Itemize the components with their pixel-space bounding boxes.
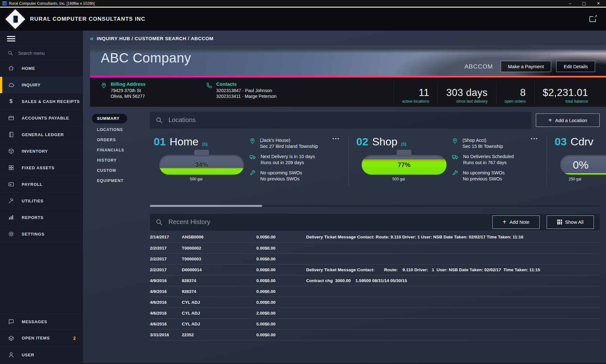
add-location-button[interactable]: + Add a Location	[536, 113, 600, 127]
scrollbar-thumb[interactable]	[150, 205, 262, 207]
sidebar-item-label: HOME	[22, 66, 35, 71]
table-row[interactable]: 2/2/2017T00000030.00$0.00	[150, 253, 600, 264]
brand-title: RURAL COMPUTER CONSULTANTS INC	[30, 16, 589, 22]
sidebar-item-payroll[interactable]: PAYROLL	[0, 176, 83, 193]
tank-capacity: 500 gal	[154, 177, 239, 181]
breadcrumb: « INQUIRY HUB / CUSTOMER SEARCH / ABCCOM	[90, 31, 606, 43]
wrench-icon	[452, 170, 458, 176]
grid-icon	[557, 220, 562, 224]
table-row[interactable]: 3/31/2016223520.00$0.00	[150, 329, 600, 340]
billing-address-line1: 79429 370th St	[111, 88, 145, 93]
location-number: 01	[154, 135, 166, 148]
sidebar-item-reports[interactable]: REPORTS	[0, 209, 83, 226]
close-button[interactable]: ✕	[597, 1, 600, 6]
tank-percent: 77%	[362, 155, 447, 175]
tab-locations[interactable]: LOCATIONS	[92, 125, 150, 135]
sidebar-item-accounts-payable[interactable]: ACCOUNTS PAYABLE	[0, 110, 83, 127]
tab-history[interactable]: HISTORY	[92, 155, 150, 165]
map-pin-icon	[452, 137, 458, 144]
tab-custom[interactable]: CUSTOM	[92, 165, 150, 176]
company-logo	[5, 9, 25, 29]
location-card-02-shop[interactable]: 02 Shop (1) 77% 500 gal	[348, 135, 547, 186]
tank-percent: 0%	[560, 155, 606, 175]
open-new-window-icon[interactable]	[589, 16, 596, 22]
sidebar-item-user[interactable]: USER	[0, 346, 83, 363]
card-menu-ellipsis[interactable]: •••	[531, 136, 538, 141]
card-menu-ellipsis[interactable]: •••	[332, 136, 340, 141]
table-row[interactable]: 4/6/2016CYL ADJ2.00$0.00	[150, 308, 600, 318]
sidebar-search[interactable]	[0, 46, 83, 60]
tab-orders[interactable]: ORDERS	[92, 135, 150, 145]
table-row[interactable]: 4/9/20169283740.00$0.00	[150, 286, 600, 297]
stat-label: active locations	[402, 99, 429, 104]
sidebar-item-messages[interactable]: MESSAGES	[0, 313, 83, 330]
table-row[interactable]: 4/6/2016CYL ADJ0.00$0.00	[150, 297, 600, 308]
sidebar-item-general-ledger[interactable]: GENERAL LEDGER	[0, 127, 83, 143]
sidebar-item-open-items[interactable]: OPEN ITEMS 2	[0, 330, 83, 346]
sidebar-item-label: GENERAL LEDGER	[22, 132, 64, 137]
customer-tabs: SUMMARY LOCATIONS ORDERS FINANCIALS HIST…	[90, 112, 150, 340]
tab-summary[interactable]: SUMMARY	[92, 114, 127, 123]
chat-icon	[8, 318, 15, 325]
customer-name: ABC Company	[101, 50, 191, 66]
credit-card-icon	[8, 115, 15, 121]
table-row[interactable]: 2/14/2017ANSB00060.00$0.00Delivery Ticke…	[150, 232, 600, 243]
locations-toolbar: + Add a Location	[150, 112, 606, 128]
sidebar-item-inquiry[interactable]: INQUIRY	[0, 77, 83, 93]
tank-capacity: 500 gal	[356, 177, 441, 181]
stat-since-last-delivery: 303 days since last delivery	[438, 81, 496, 104]
locations-search-input[interactable]	[168, 116, 526, 124]
sidebar-item-label: PAYROLL	[22, 182, 43, 187]
table-row[interactable]: 4/9/20169283740.00$0.00Contract chg 3000…	[150, 275, 600, 286]
contact-line1: 3202313847 · Paul Johnson	[216, 88, 277, 93]
delivery-info: Next Delivery is in 10 daysRuns out in 2…	[249, 154, 348, 166]
hamburger-menu-icon[interactable]	[0, 31, 83, 46]
main-content: « INQUIRY HUB / CUSTOMER SEARCH / ABCCOM…	[83, 31, 606, 363]
customer-code: ABCCOM	[464, 63, 493, 70]
customer-banner: ABC Company ABCCOM Make a Payment Edit D…	[90, 45, 606, 76]
sidebar-item-settings[interactable]: SETTINGS	[0, 226, 83, 243]
tab-financials[interactable]: FINANCIALS	[92, 145, 150, 155]
open-items-count-badge: 2	[73, 336, 76, 341]
sidebar-item-fixed-assets[interactable]: FIXED ASSETS	[0, 160, 83, 176]
stat-value: 8	[505, 87, 526, 98]
stat-label: total balance	[543, 99, 588, 104]
sidebar-item-inventory[interactable]: INVENTORY	[0, 143, 83, 160]
map-pin-icon	[101, 81, 107, 104]
recent-history-search-input[interactable]	[168, 218, 485, 226]
sidebar-item-utilities[interactable]: UTILITIES	[0, 193, 83, 209]
sidebar-item-home[interactable]: HOME	[0, 60, 83, 77]
add-location-label: Add a Location	[555, 118, 587, 123]
contacts-block: Contacts 3202313847 · Paul Johnson 32023…	[206, 81, 343, 104]
customer-stats: 11 active locations 303 days since last …	[394, 81, 596, 104]
breadcrumb-back-icon[interactable]: «	[90, 35, 93, 42]
tank-gauge: 34%	[159, 155, 244, 175]
swo-info: No upcoming SWOsNo previous SWOs	[249, 170, 348, 182]
add-note-button[interactable]: + Add Note	[492, 215, 540, 229]
table-row[interactable]: 4/6/2016CYL ADJ5.00$0.00	[150, 318, 600, 329]
tab-equipment[interactable]: EQUIPMENT	[92, 176, 150, 186]
table-row[interactable]: 2/2/2017T00000020.00$0.00	[150, 243, 600, 253]
show-all-button[interactable]: Show All	[547, 215, 594, 229]
make-payment-button[interactable]: Make a Payment	[501, 61, 551, 72]
maximize-button[interactable]: ▢	[582, 1, 586, 6]
edit-details-button[interactable]: Edit Details	[556, 61, 595, 72]
sidebar-item-sales-cash-receipts[interactable]: $ SALES & CASH RECEIPTS	[0, 93, 83, 110]
inventory-box-icon	[8, 148, 15, 154]
table-row[interactable]: 2/2/2017D00000140.00$0.00Delivery Ticket…	[150, 264, 600, 275]
user-icon	[8, 352, 15, 358]
cards-horizontal-scrollbar[interactable]	[150, 205, 600, 207]
phone-glyph-icon	[13, 16, 18, 23]
app-icon	[3, 1, 7, 5]
location-card-01-home[interactable]: 01 Home (1) 34% 500 gal	[150, 135, 348, 186]
bar-chart-icon	[8, 214, 15, 221]
minimize-button[interactable]: –	[569, 1, 571, 6]
tank-percent: 34%	[159, 155, 244, 175]
sidebar-search-input[interactable]	[18, 50, 72, 56]
sidebar-item-label: INQUIRY	[22, 83, 41, 87]
search-icon	[156, 219, 163, 226]
stat-label: open orders	[505, 99, 526, 104]
locations-search[interactable]	[150, 112, 531, 128]
location-number: 02	[356, 135, 368, 148]
location-card-03-cdrv[interactable]: 03 Cdrv 0% 250 gal	[547, 135, 606, 186]
